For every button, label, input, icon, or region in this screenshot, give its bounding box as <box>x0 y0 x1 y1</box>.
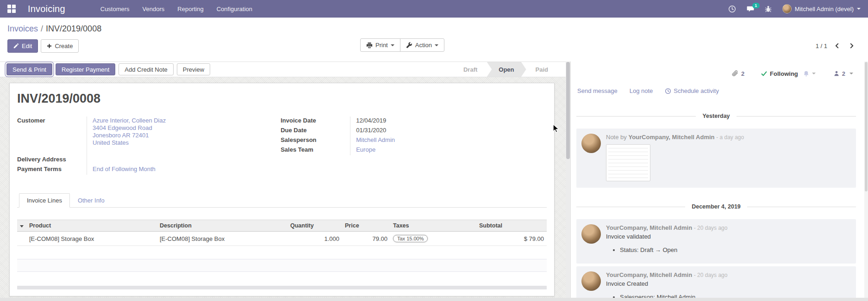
delivery-address-label: Delivery Address <box>17 155 87 165</box>
message-author[interactable]: YourCompany, Mitchell Admin <box>606 224 692 231</box>
page-horizontal-scrollbar[interactable] <box>0 298 868 301</box>
col-header-price[interactable]: Price <box>342 220 390 232</box>
sort-caret-header[interactable] <box>17 220 26 232</box>
customer-city[interactable]: Jonesboro AR 72401 <box>93 132 255 139</box>
cell-description[interactable]: [E-COM08] Storage Box <box>157 232 287 246</box>
schedule-activity-button[interactable]: Schedule activity <box>665 87 719 94</box>
message-time: - 20 days ago <box>694 272 728 278</box>
status-draft[interactable]: Draft <box>454 62 487 77</box>
empty-area <box>17 246 547 259</box>
avatar <box>581 271 601 291</box>
scrollbar-thumb[interactable] <box>566 62 570 159</box>
col-header-description[interactable]: Description <box>157 220 287 232</box>
tax-badge[interactable]: Tax 15.00% <box>393 235 428 242</box>
user-menu[interactable]: Mitchell Admin (devel) <box>782 4 861 13</box>
invoice-sheet: INV/2019/0008 Customer Azure Interior, C… <box>9 83 555 296</box>
following-label: Following <box>770 70 798 77</box>
pager-next-button[interactable] <box>847 41 857 51</box>
nav-menus: Customers Vendors Reporting Configuratio… <box>100 6 252 12</box>
avatar <box>581 224 601 244</box>
tab-other-info[interactable]: Other Info <box>70 193 112 208</box>
delivery-address-value[interactable] <box>87 155 255 165</box>
activities-clock-icon[interactable] <box>728 5 736 13</box>
table-row[interactable]: [E-COM08] Storage Box [E-COM08] Storage … <box>17 232 547 246</box>
status-paid[interactable]: Paid <box>526 62 557 77</box>
schedule-activity-label: Schedule activity <box>674 87 719 94</box>
create-label: Create <box>55 43 73 49</box>
message-time: - a day ago <box>716 134 744 141</box>
register-payment-button[interactable]: Register Payment <box>56 63 115 75</box>
note-prefix: Note by <box>606 134 627 141</box>
payment-terms-label: Payment Terms <box>17 165 87 175</box>
cell-product[interactable]: [E-COM08] Storage Box <box>26 232 157 246</box>
chevron-down-icon <box>435 44 438 46</box>
messages-bubble-icon[interactable]: 1 <box>746 5 754 13</box>
sales-team-link[interactable]: Europe <box>356 146 375 153</box>
edit-button[interactable]: Edit <box>7 39 38 53</box>
status-open[interactable]: Open <box>487 62 526 77</box>
plus-icon <box>47 43 52 49</box>
attachment-thumbnail[interactable] <box>606 144 650 181</box>
col-header-quantity[interactable]: Quantity <box>287 220 342 232</box>
customer-street[interactable]: 3404 Edgewood Road <box>93 124 255 132</box>
avatar <box>581 134 601 153</box>
customer-name-link[interactable]: Azure Interior, Colleen Diaz <box>93 117 255 124</box>
attachments-button[interactable]: 2 <box>731 70 744 77</box>
breadcrumb-current: INV/2019/0008 <box>46 24 101 33</box>
add-credit-note-button[interactable]: Add Credit Note <box>119 63 174 75</box>
pager-previous-button[interactable] <box>832 41 842 51</box>
invoice-title: INV/2019/0008 <box>17 91 547 106</box>
tab-invoice-lines[interactable]: Invoice Lines <box>19 193 70 208</box>
apps-grid-icon[interactable] <box>7 5 16 13</box>
menu-customers[interactable]: Customers <box>100 6 130 12</box>
date-divider: December 4, 2019 <box>576 203 856 210</box>
customer-label: Customer <box>17 117 87 155</box>
control-panel: Invoices/INV/2019/0008 Edit Create Print… <box>0 18 868 61</box>
cell-price[interactable]: 79.00 <box>342 232 390 246</box>
status-pipeline: Draft Open Paid <box>454 62 557 77</box>
send-print-button[interactable]: Send & Print <box>6 63 52 75</box>
divider-label: Yesterday <box>702 113 730 119</box>
print-label: Print <box>375 42 388 49</box>
customer-country[interactable]: United States <box>93 139 255 147</box>
horizontal-scrollbar[interactable] <box>17 286 547 289</box>
salesperson-link[interactable]: Mitchell Admin <box>356 136 395 143</box>
following-button[interactable]: Following <box>761 70 798 77</box>
menu-vendors[interactable]: Vendors <box>143 6 165 12</box>
col-header-subtotal[interactable]: Subtotal <box>476 220 547 232</box>
action-button[interactable]: Action <box>400 38 444 52</box>
message-author[interactable]: YourCompany, Mitchell Admin <box>628 134 714 141</box>
create-button[interactable]: Create <box>41 39 79 53</box>
invoice-lines-table: Product Description Quantity Price Taxes… <box>17 220 547 246</box>
log-note-button[interactable]: Log note <box>630 87 653 94</box>
printer-icon <box>366 42 373 49</box>
bug-icon[interactable] <box>764 5 772 13</box>
chevron-down-icon <box>849 73 853 74</box>
print-action-group: Print Action <box>360 38 444 52</box>
chatter-panel: 2 Following 2 Send message Log note Sche… <box>570 61 868 301</box>
cell-quantity[interactable]: 1.000 <box>287 232 342 246</box>
col-header-product[interactable]: Product <box>26 220 157 232</box>
app-title[interactable]: Invoicing <box>28 4 65 14</box>
chatter-vertical-scrollbar[interactable] <box>864 61 868 301</box>
message-time: - 20 days ago <box>694 225 728 231</box>
message-body: Invoice validated <box>606 233 850 240</box>
send-message-button[interactable]: Send message <box>577 87 618 94</box>
empty-table-row <box>17 259 547 272</box>
chevron-left-icon <box>834 43 840 49</box>
menu-reporting[interactable]: Reporting <box>177 6 203 12</box>
message-author[interactable]: YourCompany, Mitchell Admin <box>606 271 692 278</box>
scrollbar-thumb[interactable] <box>865 62 868 191</box>
notification-bell-button[interactable] <box>803 70 816 77</box>
preview-button[interactable]: Preview <box>177 63 210 75</box>
menu-configuration[interactable]: Configuration <box>217 6 252 12</box>
breadcrumb: Invoices/INV/2019/0008 <box>7 23 861 34</box>
col-header-taxes[interactable]: Taxes <box>390 220 476 232</box>
breadcrumb-invoices-link[interactable]: Invoices <box>7 24 38 33</box>
check-icon <box>761 71 767 77</box>
print-button[interactable]: Print <box>360 38 400 52</box>
payment-terms-link[interactable]: End of Following Month <box>93 166 156 172</box>
chevron-right-icon <box>849 43 855 49</box>
followers-button[interactable]: 2 <box>833 70 853 77</box>
form-vertical-scrollbar[interactable] <box>566 61 570 301</box>
